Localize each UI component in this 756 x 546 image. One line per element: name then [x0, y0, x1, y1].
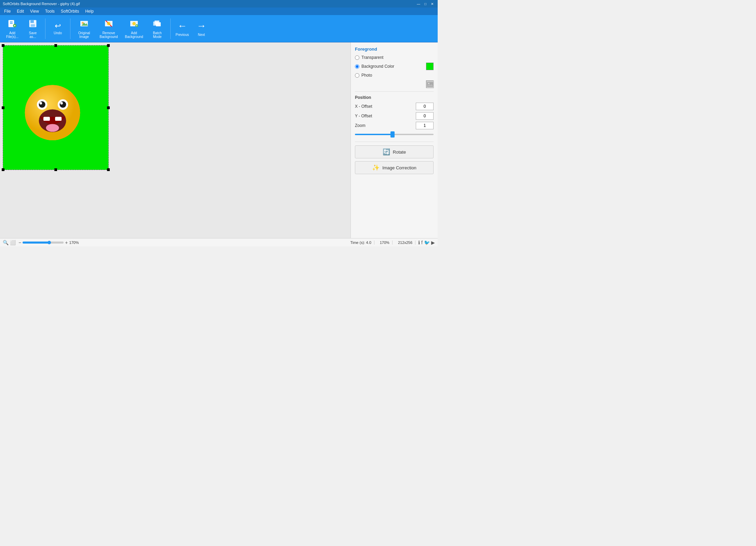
- zoom-slider-small-thumb[interactable]: [48, 241, 51, 244]
- zoom-plus-button[interactable]: +: [65, 240, 68, 245]
- status-right: Time (s): 4.0 170% 212x256 ℹ f 🐦 ▶: [347, 240, 435, 245]
- facebook-icon[interactable]: f: [421, 240, 423, 245]
- sep-1: [45, 18, 45, 39]
- save-as-button[interactable]: Save as...: [23, 17, 42, 40]
- batch-mode-button[interactable]: Batch Mode: [147, 17, 168, 40]
- handle-tl[interactable]: [2, 44, 4, 47]
- original-image-label: Original Image: [78, 31, 90, 39]
- image-correction-icon: ✨: [372, 164, 380, 171]
- photo-radio[interactable]: [355, 73, 359, 78]
- bg-color-label[interactable]: Background Color: [361, 64, 424, 69]
- handle-tr[interactable]: [107, 44, 110, 47]
- toolbar: Add File(s)... Save as... ↩ Undo Or: [0, 15, 438, 42]
- twitter-icon[interactable]: 🐦: [424, 240, 430, 245]
- x-offset-label: X - Offset: [355, 104, 414, 109]
- youtube-icon[interactable]: ▶: [431, 240, 435, 245]
- handle-bl[interactable]: [2, 168, 4, 171]
- svg-rect-7: [30, 20, 34, 23]
- remove-background-icon: [104, 19, 114, 30]
- menu-edit[interactable]: Edit: [14, 8, 27, 14]
- svg-point-15: [107, 22, 110, 25]
- batch-mode-icon: [152, 19, 162, 30]
- y-offset-input[interactable]: [416, 112, 434, 120]
- x-offset-input[interactable]: [416, 103, 434, 110]
- image-container: [3, 45, 109, 170]
- menu-view[interactable]: View: [27, 8, 42, 14]
- sep-3: [170, 18, 171, 39]
- undo-label: Undo: [54, 31, 62, 35]
- handle-bm[interactable]: [54, 168, 57, 171]
- previous-icon: ←: [177, 21, 187, 31]
- zoom-control: − + 170%: [18, 240, 79, 245]
- zoom-slider[interactable]: [355, 131, 434, 138]
- zoom-percent: 170%: [69, 240, 79, 245]
- transparent-radio[interactable]: [355, 55, 359, 60]
- zoom-minus-button[interactable]: −: [18, 240, 21, 245]
- menu-tools[interactable]: Tools: [42, 8, 57, 14]
- divider-1: [355, 91, 434, 92]
- handle-br[interactable]: [107, 168, 110, 171]
- y-offset-row: Y - Offset: [355, 112, 434, 120]
- bg-color-radio[interactable]: [355, 64, 359, 69]
- photo-label[interactable]: Photo: [361, 73, 434, 78]
- x-offset-row: X - Offset: [355, 103, 434, 110]
- previous-label: Previous: [176, 33, 189, 37]
- titlebar-title: SoftOrbits Background Remover - giphy (4…: [3, 2, 80, 6]
- rotate-label: Rotate: [393, 150, 406, 155]
- save-icon: [28, 19, 38, 30]
- remove-background-button[interactable]: Remove Background: [96, 17, 121, 40]
- status-icons: 🔍 ⬜: [3, 240, 16, 245]
- panel-title: Foregrond: [355, 47, 434, 52]
- selection-icon[interactable]: ⬜: [10, 240, 16, 245]
- y-offset-label: Y - Offset: [355, 114, 414, 118]
- transparent-row: Transparent: [355, 55, 434, 60]
- svg-point-27: [46, 124, 59, 132]
- close-button[interactable]: ✕: [429, 1, 435, 6]
- image-correction-button[interactable]: ✨ Image Correction: [355, 161, 434, 174]
- handle-tm[interactable]: [54, 44, 57, 47]
- statusbar: 🔍 ⬜ − + 170% Time (s): 4.0 170% 212x256 …: [0, 238, 438, 246]
- share-icons: ℹ f 🐦 ▶: [418, 240, 435, 245]
- position-section: Position X - Offset Y - Offset Zoom: [355, 95, 434, 138]
- batch-mode-label: Batch Mode: [153, 31, 162, 39]
- help-icon[interactable]: ℹ: [418, 240, 420, 245]
- info-icon[interactable]: 🔍: [3, 240, 9, 245]
- remove-background-label: Remove Background: [100, 31, 118, 39]
- undo-button[interactable]: ↩ Undo: [48, 17, 67, 40]
- menu-help[interactable]: Help: [82, 8, 96, 14]
- svg-point-38: [428, 83, 429, 84]
- slider-fill: [355, 134, 393, 135]
- svg-point-17: [132, 22, 136, 25]
- menu-softorbits[interactable]: SoftOrbits: [58, 8, 82, 14]
- bg-color-swatch[interactable]: [426, 63, 434, 70]
- undo-icon: ↩: [55, 22, 61, 30]
- rotate-button[interactable]: 🔄 Rotate: [355, 145, 434, 158]
- handle-ml[interactable]: [2, 106, 4, 109]
- svg-point-32: [40, 102, 42, 104]
- add-file-label: Add File(s)...: [6, 31, 18, 39]
- svg-point-31: [39, 101, 45, 108]
- emoji-image: [20, 78, 85, 143]
- minimize-button[interactable]: —: [416, 1, 421, 6]
- previous-button[interactable]: ← Previous: [173, 17, 191, 40]
- handle-mr[interactable]: [107, 106, 110, 109]
- zoom-slider-small[interactable]: [23, 242, 64, 244]
- save-as-label: Save as...: [29, 31, 37, 39]
- slider-thumb[interactable]: [390, 131, 395, 138]
- zoom-label: Zoom: [355, 123, 414, 128]
- canvas-area[interactable]: [0, 42, 350, 238]
- zoom-factor: 170%: [377, 240, 393, 245]
- svg-rect-1: [10, 22, 13, 22]
- add-background-button[interactable]: Add Background: [122, 17, 146, 40]
- divider-2: [355, 142, 434, 142]
- next-button[interactable]: → Next: [193, 17, 210, 40]
- transparent-label[interactable]: Transparent: [361, 55, 434, 60]
- original-image-button[interactable]: Original Image: [73, 17, 95, 40]
- photo-swatch[interactable]: [426, 80, 434, 88]
- rotate-icon: 🔄: [383, 148, 390, 156]
- zoom-input[interactable]: [416, 122, 434, 129]
- menu-file[interactable]: File: [1, 8, 13, 14]
- add-file-button[interactable]: Add File(s)...: [3, 17, 22, 40]
- maximize-button[interactable]: □: [423, 1, 428, 6]
- svg-point-34: [59, 101, 66, 108]
